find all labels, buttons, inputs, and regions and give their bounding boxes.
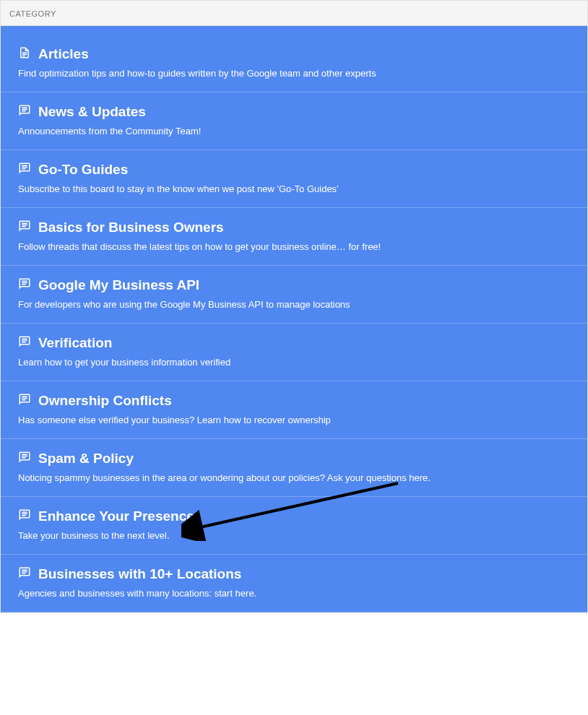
chat-icon <box>18 508 31 524</box>
category-title: Articles <box>38 46 89 62</box>
category-title: Go-To Guides <box>38 162 128 178</box>
chat-icon <box>18 104 31 120</box>
category-description: Learn how to get your business informati… <box>18 357 570 368</box>
category-title-row: Articles <box>18 46 570 62</box>
category-title: Ownership Conflicts <box>38 393 172 409</box>
category-title: Basics for Business Owners <box>38 220 224 235</box>
category-title-row: Spam & Policy <box>18 451 570 467</box>
category-description: Find optimization tips and how-to guides… <box>18 68 570 79</box>
category-container: CATEGORY ArticlesFind optimization tips … <box>0 0 588 613</box>
category-title-row: Ownership Conflicts <box>18 393 570 409</box>
category-description: Take your business to the next level. <box>18 530 570 541</box>
category-description: Subscribe to this board to stay in the k… <box>18 183 570 194</box>
chat-icon <box>18 451 31 467</box>
document-icon <box>18 46 31 62</box>
category-item-spam-policy[interactable]: Spam & PolicyNoticing spammy businesses … <box>1 439 587 497</box>
category-item-google-my-business-api[interactable]: Google My Business APIFor developers who… <box>1 266 587 324</box>
chat-icon <box>18 220 31 235</box>
category-description: Agencies and businesses with many locati… <box>18 588 570 599</box>
category-item-verification[interactable]: VerificationLearn how to get your busine… <box>1 324 587 381</box>
category-description: Noticing spammy businesses in the area o… <box>18 472 570 483</box>
category-item-businesses-with-10-locations[interactable]: Businesses with 10+ LocationsAgencies an… <box>1 555 587 612</box>
category-title-row: Verification <box>18 335 570 351</box>
category-title: Spam & Policy <box>38 451 134 467</box>
category-title-row: Businesses with 10+ Locations <box>18 566 570 582</box>
category-item-enhance-your-presence[interactable]: Enhance Your PresenceTake your business … <box>1 497 587 555</box>
category-title-row: Basics for Business Owners <box>18 220 570 235</box>
category-title-row: Enhance Your Presence <box>18 508 570 524</box>
category-description: Has someone else verified your business?… <box>18 415 570 425</box>
category-title-row: Google My Business API <box>18 277 570 293</box>
category-item-go-to-guides[interactable]: Go-To GuidesSubscribe to this board to s… <box>1 150 587 208</box>
category-item-basics-for-business-owners[interactable]: Basics for Business OwnersFollow threads… <box>1 208 587 266</box>
chat-icon <box>18 393 31 409</box>
category-description: For developers who are using the Google … <box>18 299 570 310</box>
chat-icon <box>18 335 31 351</box>
category-header: CATEGORY <box>1 1 587 26</box>
chat-icon <box>18 566 31 582</box>
category-title: Businesses with 10+ Locations <box>38 566 241 582</box>
category-item-news-updates[interactable]: News & UpdatesAnnouncements from the Com… <box>1 92 587 150</box>
category-item-articles[interactable]: ArticlesFind optimization tips and how-t… <box>1 26 587 92</box>
category-description: Follow threads that discuss the latest t… <box>18 241 570 252</box>
category-title: Google My Business API <box>38 277 199 293</box>
header-label: CATEGORY <box>9 9 56 18</box>
chat-icon <box>18 277 31 293</box>
category-title: Enhance Your Presence <box>38 508 194 524</box>
category-description: Announcements from the Community Team! <box>18 126 570 136</box>
category-list: ArticlesFind optimization tips and how-t… <box>1 26 587 612</box>
category-item-ownership-conflicts[interactable]: Ownership ConflictsHas someone else veri… <box>1 381 587 439</box>
category-title: News & Updates <box>38 104 146 120</box>
category-title: Verification <box>38 335 112 351</box>
chat-icon <box>18 162 31 178</box>
category-title-row: News & Updates <box>18 104 570 120</box>
category-title-row: Go-To Guides <box>18 162 570 178</box>
